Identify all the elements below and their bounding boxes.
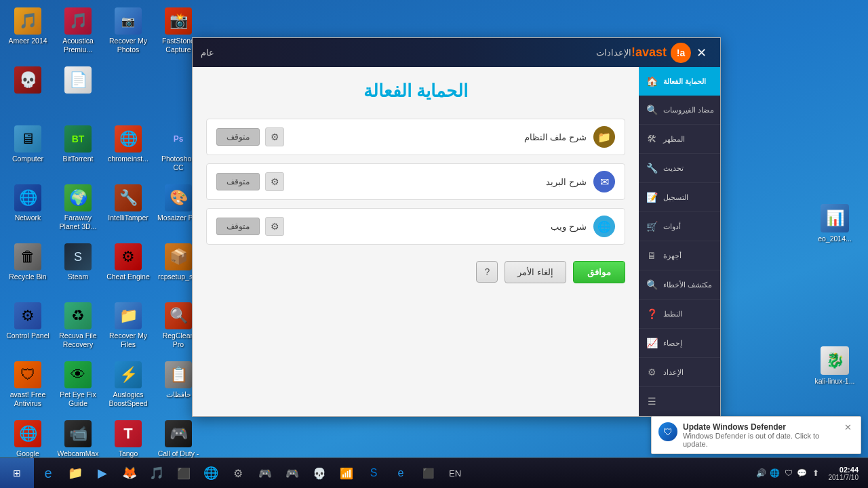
system-shield-right: 📁 شرح ملف النظام <box>524 126 615 148</box>
photoshop-icon: Ps <box>165 125 192 152</box>
sidebar-item-appearance[interactable]: المظهر 🛠 <box>639 125 720 154</box>
desktop-icon-recover-photos[interactable]: 📷 Recover My Photos <box>104 3 153 61</box>
web-shield-row: 🌐 شرح ويب ⚙ متوقف <box>206 208 625 245</box>
taskbar-item-ie2[interactable]: e <box>388 460 414 486</box>
mail-shield-settings-button[interactable]: ⚙ <box>265 172 284 191</box>
taskbar-item-settings[interactable]: ⚙ <box>225 460 251 486</box>
help-button[interactable]: ? <box>476 261 498 283</box>
system-shield-settings-button[interactable]: ⚙ <box>265 127 284 146</box>
avast-close-button[interactable]: ✕ <box>691 43 712 63</box>
desktop-icon-chromeinst[interactable]: 🌐 chromeinst... <box>104 121 153 179</box>
tray-security-icon[interactable]: 🛡 <box>783 467 795 479</box>
sidebar-item-active-protection[interactable]: الحماية الفعالة 🏠 <box>639 67 720 96</box>
defender-icon: 🛡 <box>658 422 677 441</box>
system-shield-left: ⚙ متوقف <box>216 127 284 146</box>
tray-chat-icon[interactable]: 💬 <box>796 467 808 479</box>
web-shield-stop-button[interactable]: متوقف <box>216 218 260 235</box>
tray-arrow-icon[interactable]: ⬆ <box>810 467 822 479</box>
avast-settings-label: الإعدادات <box>596 47 631 58</box>
steam-icon: S <box>64 243 92 270</box>
webcammax-label: WebcamMax <box>57 449 98 458</box>
avast-logo-icon: a! <box>671 43 691 63</box>
desktop-icon-doc[interactable]: 📄 <box>54 62 102 120</box>
desktop-icon-network[interactable]: 🌐 Network <box>3 180 52 238</box>
sidebar-item-list[interactable]: ☰ <box>639 387 720 416</box>
recover-files-icon: 📁 <box>115 302 142 329</box>
taskbar-item-firefox[interactable]: 🦊 <box>117 460 142 486</box>
desktop-icon-recycle-bin[interactable]: 🗑 Recycle Bin <box>3 239 52 297</box>
sidebar-item-update[interactable]: تحديث 🔧 <box>639 154 720 183</box>
sidebar-item-registration[interactable]: التسجيل 📝 <box>639 183 720 212</box>
tray-network-icon[interactable]: 🌐 <box>769 467 781 479</box>
taskbar-item-skull[interactable]: 💀 <box>307 460 332 486</box>
desktop-icon-kali[interactable]: 🐉 kali-linux-1... <box>810 342 859 390</box>
eo2014-label: eo_2014... <box>818 235 852 243</box>
defender-close-button[interactable]: ✕ <box>842 422 854 432</box>
acoustica-icon: 🎵 <box>64 7 92 35</box>
sidebar-item-help[interactable]: النظط ❓ <box>639 300 720 329</box>
desktop-icon-bittorrent[interactable]: BT BitTorrent <box>54 121 102 179</box>
eo2014-icon: 📊 <box>821 204 849 232</box>
taskbar-item-folder[interactable]: 📁 <box>62 460 88 486</box>
sidebar-active-label: الحماية الفعالة <box>663 77 706 86</box>
intellitamper-icon: 🔧 <box>115 184 142 211</box>
desktop-icon-auslogics[interactable]: ⚡ Auslogics BoostSpeed <box>104 357 153 415</box>
sidebar-item-devices[interactable]: أجهزة 🖥 <box>639 241 720 270</box>
kali-label: kali-linux-1... <box>815 377 855 386</box>
acoustica-label: Acoustica Premiu... <box>56 37 100 54</box>
bittorrent-label: BitTorrent <box>63 155 94 163</box>
taskbar-item-ie[interactable]: e <box>35 460 61 486</box>
desktop-icons-grid: 🎵 Ameer 2014 🎵 Acoustica Premiu... 📷 Rec… <box>3 3 203 474</box>
taskbar-item-keyboard[interactable]: EN <box>442 460 468 486</box>
sidebar-tools-icon: 🛠 <box>644 131 659 146</box>
desktop-icon-skulls[interactable]: 💀 <box>3 62 52 120</box>
taskbar-item-wireless[interactable]: 📶 <box>334 460 359 486</box>
taskbar-item-game2[interactable]: 🎮 <box>279 460 305 486</box>
sidebar-item-stats[interactable]: إحصاء 📈 <box>639 329 720 358</box>
sidebar-item-settings[interactable]: الإعداد ⚙ <box>639 358 720 387</box>
web-shield-globe-icon: 🌐 <box>593 216 615 237</box>
taskbar-item-dark[interactable]: ⬛ <box>415 460 441 486</box>
mail-shield-stop-button[interactable]: متوقف <box>216 173 260 190</box>
tango-icon: T <box>115 420 142 447</box>
sidebar-item-virus-scanner[interactable]: مضاد الفيروسات 🔍 <box>639 96 720 125</box>
desktop-icon-recover-files[interactable]: 📁 Recover My Files <box>104 298 153 356</box>
desktop-icon-ameer[interactable]: 🎵 Ameer 2014 <box>3 3 52 61</box>
sidebar-cart-icon: 🛒 <box>644 219 659 234</box>
desktop-icon-cheat-engine[interactable]: ⚙ Cheat Engine <box>104 239 153 297</box>
desktop-icon-steam[interactable]: S Steam <box>54 239 102 297</box>
taskbar-item-game1[interactable]: 🎮 <box>252 460 278 486</box>
tray-volume-icon[interactable]: 🔊 <box>755 467 768 479</box>
start-button[interactable]: ⊞ <box>0 458 34 488</box>
desktop-icon-control-panel[interactable]: ⚙ Control Panel <box>3 298 52 356</box>
mail-shield-left: ⚙ متوقف <box>216 172 284 191</box>
desktop-icon-peteye[interactable]: 👁 Pet Eye Fix Guide <box>54 357 102 415</box>
windows-defender-toast[interactable]: 🛡 Update Windows Defender Windows Defend… <box>651 416 861 454</box>
agree-button[interactable]: موافق <box>573 261 625 283</box>
cheat-engine-label: Cheat Engine <box>106 272 150 281</box>
avast-free-label: avast! Free Antivirus <box>6 390 50 407</box>
desktop-icon-eo2014[interactable]: 📊 eo_2014... <box>810 200 859 247</box>
system-shield-stop-button[interactable]: متوقف <box>216 128 260 146</box>
desktop-icon-avast-free[interactable]: 🛡 avast! Free Antivirus <box>3 357 52 415</box>
sidebar-item-error-detector[interactable]: مكتشف الأخطاء 🔍 <box>639 270 720 300</box>
desktop-icon-acoustica[interactable]: 🎵 Acoustica Premiu... <box>54 3 102 61</box>
sidebar-item-tools[interactable]: أدوات 🛒 <box>639 212 720 241</box>
taskbar-item-chrome[interactable]: 🌐 <box>198 460 224 486</box>
cancel-button[interactable]: إلغاء الأمر <box>505 261 566 283</box>
desktop-icon-recuva[interactable]: ♻ Recuva File Recovery <box>54 298 102 356</box>
desktop-icon-faraway[interactable]: 🌍 Faraway Planet 3D... <box>54 180 102 238</box>
taskbar-item-cmd[interactable]: ⬛ <box>171 460 197 486</box>
taskbar-clock[interactable]: 02:44 2011/7/10 <box>825 466 863 481</box>
desktop-icon-intellitamper[interactable]: 🔧 IntelliTamper <box>104 180 153 238</box>
intellitamper-label: IntelliTamper <box>108 214 149 222</box>
steam-label: Steam <box>68 272 88 281</box>
taskbar-item-music[interactable]: 🎵 <box>144 460 170 486</box>
taskbar-item-media[interactable]: ▶ <box>90 460 115 486</box>
desktop-icon-computer[interactable]: 🖥 Computer <box>3 121 52 179</box>
ameer-icon: 🎵 <box>14 7 41 35</box>
taskbar-item-skype[interactable]: S <box>361 460 387 486</box>
tango-label: Tango <box>119 449 138 458</box>
webcammax-icon: 📹 <box>64 420 92 447</box>
web-shield-settings-button[interactable]: ⚙ <box>265 217 284 236</box>
